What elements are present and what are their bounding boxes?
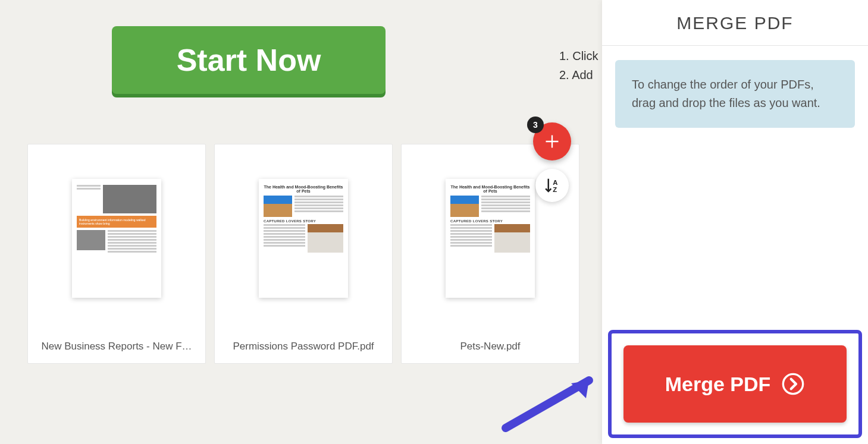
file-name-label: Pets-New.pdf	[402, 332, 579, 363]
plus-icon	[544, 133, 560, 150]
merge-pdf-button[interactable]: Merge PDF	[623, 345, 847, 423]
arrow-right-circle-icon	[781, 372, 805, 396]
file-card[interactable]: Building environment information modelin…	[27, 144, 206, 364]
instruction-item: 1. Click	[559, 46, 598, 65]
panel-title: MERGE PDF	[602, 0, 868, 46]
start-now-button[interactable]: Start Now	[112, 26, 386, 94]
annotation-arrow-icon	[500, 369, 607, 434]
file-cards-row: Building environment information modelin…	[27, 144, 579, 364]
file-card[interactable]: The Health and Mood-Boosting Benefits of…	[214, 144, 393, 364]
add-file-button[interactable]: 3	[533, 122, 571, 160]
file-count-badge: 3	[527, 116, 544, 133]
floating-actions: 3 A Z	[533, 122, 571, 202]
file-name-label: New Business Reports - New F…	[28, 332, 205, 363]
merge-button-highlight: Merge PDF	[608, 330, 862, 438]
main-work-area: Start Now 1. Click 2. Add Building envir…	[0, 0, 602, 444]
instructions-list: 1. Click 2. Add	[559, 46, 598, 84]
merge-button-label: Merge PDF	[665, 373, 771, 396]
svg-text:Z: Z	[553, 186, 557, 193]
file-thumbnail: The Health and Mood-Boosting Benefits of…	[215, 144, 392, 332]
reorder-hint-box: To change the order of your PDFs, drag a…	[615, 60, 855, 128]
sort-az-icon: A Z	[543, 177, 561, 194]
svg-point-2	[784, 374, 803, 393]
svg-text:A: A	[553, 179, 557, 186]
sort-az-button[interactable]: A Z	[535, 169, 569, 202]
instruction-item: 2. Add	[559, 65, 598, 84]
file-thumbnail: Building environment information modelin…	[28, 144, 205, 332]
merge-side-panel: MERGE PDF To change the order of your PD…	[602, 0, 868, 444]
file-name-label: Permissions Password PDF.pdf	[215, 332, 392, 363]
